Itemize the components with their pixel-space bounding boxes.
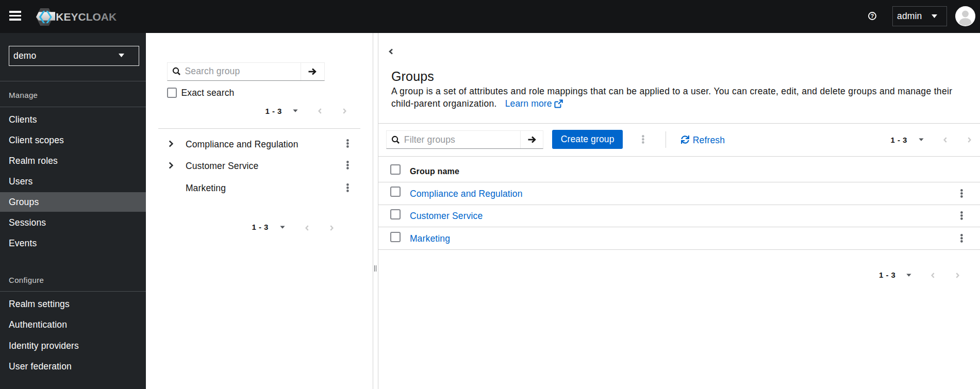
- svg-text:?: ?: [870, 13, 873, 19]
- svg-text:KEYCLOAK: KEYCLOAK: [56, 11, 117, 23]
